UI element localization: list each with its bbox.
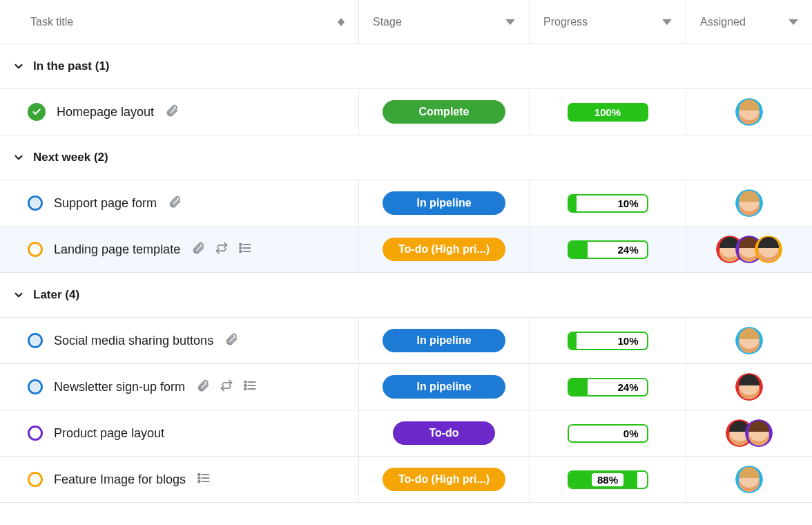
status-ring-icon[interactable] — [28, 426, 43, 441]
cell-title: Newsletter sign-up form — [0, 364, 359, 410]
avatar[interactable] — [745, 419, 773, 447]
task-row[interactable]: Social media sharing buttons In pipeline… — [0, 318, 812, 364]
attachment-icon[interactable] — [168, 195, 182, 211]
avatar[interactable] — [735, 466, 763, 493]
progress-label: 24% — [612, 381, 644, 394]
attachment-icon[interactable] — [191, 241, 205, 258]
cell-title: Feature Image for blogs — [0, 457, 359, 502]
chevron-down-icon[interactable] — [12, 289, 25, 301]
cell-title: Support page form — [0, 180, 359, 226]
cell-assigned — [686, 227, 812, 272]
cell-progress: 0% — [530, 410, 686, 456]
group-label: Next week (2) — [33, 151, 108, 164]
dropdown-icon[interactable] — [662, 17, 672, 27]
column-header-progress[interactable]: Progress — [530, 0, 686, 44]
stage-badge[interactable]: In pipeline — [383, 329, 505, 352]
column-header-label: Progress — [543, 16, 588, 28]
task-row[interactable]: Feature Image for blogs To-do (High pri.… — [0, 457, 812, 503]
progress-label: 24% — [612, 243, 644, 256]
task-name[interactable]: Social media sharing buttons — [54, 334, 213, 348]
cell-progress: 10% — [530, 180, 686, 226]
task-name[interactable]: Product page layout — [54, 426, 164, 441]
avatar[interactable] — [735, 327, 763, 354]
column-header-label: Stage — [373, 16, 402, 28]
stage-badge[interactable]: In pipeline — [383, 375, 505, 399]
svg-point-9 — [244, 381, 246, 383]
status-ring-icon[interactable] — [28, 472, 43, 487]
svg-point-15 — [198, 474, 200, 476]
list-icon[interactable] — [238, 241, 252, 258]
task-row[interactable]: Landing page template To-do (High pri...… — [0, 227, 812, 273]
task-name[interactable]: Homepage layout — [57, 105, 154, 120]
status-ring-icon[interactable] — [28, 379, 43, 394]
attachment-icon[interactable] — [165, 104, 179, 120]
attachment-icon[interactable] — [196, 379, 210, 395]
column-header-stage[interactable]: Stage — [359, 0, 530, 44]
avatar-stack[interactable] — [726, 419, 773, 447]
group-header[interactable]: Later (4) — [0, 273, 812, 318]
stage-badge[interactable]: To-do — [393, 421, 495, 445]
group-label: Later (4) — [33, 288, 79, 302]
stage-badge[interactable]: Complete — [383, 100, 505, 124]
attachment-icon[interactable] — [224, 332, 238, 349]
row-icons — [196, 379, 257, 395]
cell-progress: 24% — [530, 364, 686, 410]
task-row[interactable]: Newsletter sign-up form In pipeline 24% — [0, 364, 812, 410]
status-ring-icon[interactable] — [28, 195, 43, 211]
stage-badge[interactable]: To-do (High pri...) — [383, 468, 505, 491]
avatar[interactable] — [735, 373, 763, 401]
avatar[interactable] — [735, 98, 763, 126]
group-header[interactable]: Next week (2) — [0, 135, 812, 180]
cell-assigned — [686, 457, 812, 502]
progress-bar: 10% — [568, 332, 648, 350]
retweet-icon[interactable] — [220, 379, 233, 395]
sort-icon[interactable] — [338, 18, 345, 26]
task-row[interactable]: Support page form In pipeline 10% — [0, 180, 812, 227]
status-done-icon[interactable] — [28, 103, 46, 121]
row-icons — [224, 332, 238, 349]
progress-label: 88% — [592, 473, 624, 486]
task-row[interactable]: Product page layout To-do 0% — [0, 410, 812, 457]
avatar-stack[interactable] — [716, 236, 782, 263]
svg-point-10 — [244, 385, 246, 387]
svg-point-4 — [240, 247, 242, 249]
progress-bar: 0% — [568, 424, 648, 443]
progress-bar: 88% — [568, 470, 648, 489]
cell-stage: Complete — [359, 89, 530, 135]
chevron-down-icon[interactable] — [12, 60, 25, 73]
cell-title: Homepage layout — [0, 89, 359, 135]
list-icon[interactable] — [197, 471, 211, 488]
task-name[interactable]: Newsletter sign-up form — [54, 380, 185, 394]
dropdown-icon[interactable] — [505, 17, 515, 27]
cell-stage: In pipeline — [359, 318, 530, 363]
cell-stage: To-do (High pri...) — [359, 227, 530, 272]
status-ring-icon[interactable] — [28, 242, 43, 257]
progress-bar: 24% — [568, 378, 648, 397]
task-name[interactable]: Landing page template — [54, 242, 180, 257]
status-ring-icon[interactable] — [28, 333, 43, 348]
stage-badge[interactable]: In pipeline — [383, 191, 505, 215]
column-header-title[interactable]: Task title — [0, 0, 359, 44]
list-icon[interactable] — [243, 379, 257, 395]
cell-title: Landing page template — [0, 227, 359, 272]
group-label: In the past (1) — [33, 59, 110, 73]
task-name[interactable]: Feature Image for blogs — [54, 472, 186, 487]
avatar-stack[interactable] — [735, 327, 763, 354]
avatar[interactable] — [755, 236, 782, 263]
stage-badge[interactable]: To-do (High pri...) — [383, 238, 505, 261]
group-header[interactable]: In the past (1) — [0, 44, 812, 89]
task-row[interactable]: Homepage layout Complete 100% — [0, 89, 812, 135]
avatar-stack[interactable] — [735, 466, 763, 493]
table-header: Task title Stage Progress Assigned — [0, 0, 812, 44]
avatar-stack[interactable] — [735, 98, 763, 126]
avatar-stack[interactable] — [735, 373, 763, 401]
avatar[interactable] — [735, 189, 763, 217]
chevron-down-icon[interactable] — [12, 151, 25, 164]
dropdown-icon[interactable] — [789, 17, 798, 27]
avatar-stack[interactable] — [735, 189, 763, 217]
column-header-assigned[interactable]: Assigned — [686, 0, 812, 44]
retweet-icon[interactable] — [215, 241, 229, 258]
cell-stage: To-do (High pri...) — [359, 457, 530, 502]
task-name[interactable]: Support page form — [54, 196, 157, 211]
cell-stage: In pipeline — [359, 180, 530, 226]
